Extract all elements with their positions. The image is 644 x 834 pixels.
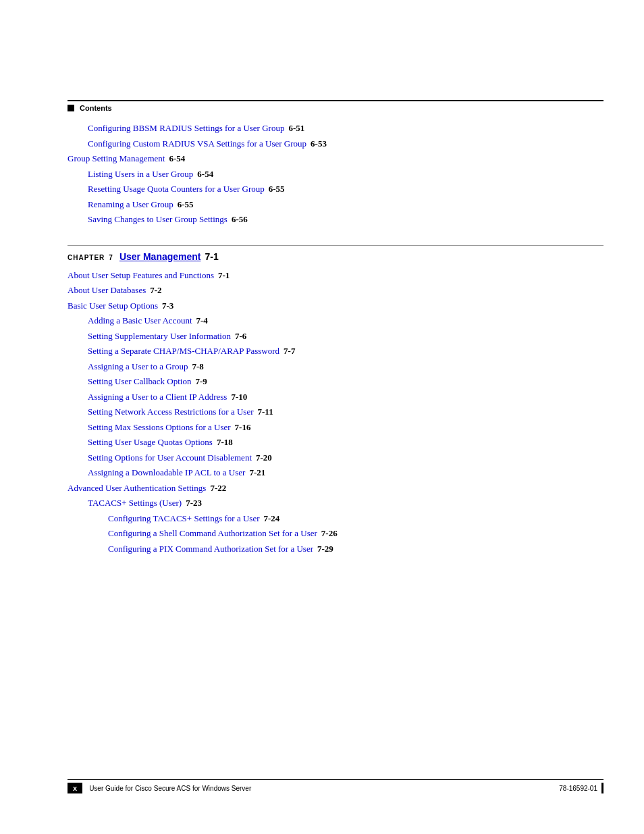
toc-page-num: 6-54 [169, 152, 185, 165]
toc-link[interactable]: Setting User Usage Quotas Options [88, 436, 213, 449]
toc-page-num: 7-24 [264, 512, 280, 525]
toc-entry: Setting Network Access Restrictions for … [88, 405, 603, 419]
toc-page-num: 7-26 [321, 527, 338, 540]
toc-page-num: 7-23 [186, 496, 202, 510]
toc-entry: Renaming a User Group6-55 [88, 198, 603, 211]
toc-page-num: 7-21 [249, 466, 265, 479]
header-bar: Contents [68, 100, 603, 112]
chapter-heading: CHAPTER 7 User Management 7-1 [68, 245, 603, 262]
toc-page-num: 7-20 [256, 451, 272, 465]
header-label: Contents [80, 104, 112, 112]
toc-entry: Setting a Separate CHAP/MS-CHAP/ARAP Pas… [88, 344, 603, 358]
toc-entry: Listing Users in a User Group6-54 [88, 167, 603, 181]
toc-entry: Group Setting Management6-54 [68, 152, 603, 165]
toc-page-num: 7-18 [217, 436, 233, 449]
chapter-entries-container: About User Setup Features and Functions7… [68, 269, 603, 556]
toc-link[interactable]: Resetting Usage Quota Counters for a Use… [88, 182, 265, 196]
pre-chapter-entries: Configuring BBSM RADIUS Settings for a U… [68, 122, 603, 226]
toc-link[interactable]: About User Setup Features and Functions [68, 269, 214, 282]
toc-entry: Resetting Usage Quota Counters for a Use… [88, 182, 603, 196]
toc-link[interactable]: Listing Users in a User Group [88, 167, 193, 181]
footer-page-box: x [68, 783, 82, 793]
toc-entry: Assigning a Downloadable IP ACL to a Use… [88, 466, 603, 479]
toc-entry: Assigning a User to a Group7-8 [88, 360, 603, 373]
toc-page-num: 7-16 [235, 421, 251, 434]
toc-entry: Setting User Usage Quotas Options7-18 [88, 436, 603, 449]
toc-page-num: 7-22 [210, 481, 226, 495]
chapter-page: 7-1 [205, 251, 219, 262]
toc-link[interactable]: Setting Supplementary User Information [88, 330, 231, 343]
toc-page-num: 6-56 [232, 213, 248, 226]
toc-link[interactable]: Adding a Basic User Account [88, 314, 192, 328]
footer: x User Guide for Cisco Secure ACS for Wi… [68, 779, 603, 793]
toc-link[interactable]: Group Setting Management [68, 152, 165, 165]
toc-entry: Assigning a User to a Client IP Address7… [88, 390, 603, 404]
toc-link[interactable]: Assigning a User to a Group [88, 360, 188, 373]
toc-entry: Configuring TACACS+ Settings for a User7… [108, 512, 603, 525]
toc-page-num: 6-53 [311, 137, 327, 151]
toc-link[interactable]: Assigning a User to a Client IP Address [88, 390, 227, 404]
toc-page-num: 6-54 [197, 167, 213, 181]
toc-link[interactable]: About User Databases [68, 284, 146, 297]
toc-link[interactable]: Configuring Custom RADIUS VSA Settings f… [88, 137, 306, 151]
toc-entry: About User Databases7-2 [68, 284, 603, 297]
footer-line [68, 779, 603, 780]
footer-right-rule [601, 783, 603, 793]
toc-link[interactable]: TACACS+ Settings (User) [88, 496, 182, 510]
toc-page-num: 7-3 [162, 299, 173, 313]
toc-entry: Setting Supplementary User Information7-… [88, 330, 603, 343]
toc-page-num: 7-6 [235, 330, 246, 343]
toc-link[interactable]: Setting User Callback Option [88, 375, 191, 388]
toc-page-num: 7-1 [218, 269, 230, 282]
toc-page-num: 7-7 [284, 344, 295, 358]
toc-page-num: 7-11 [258, 405, 273, 419]
toc-entry: About User Setup Features and Functions7… [68, 269, 603, 282]
toc-entry: Setting Max Sessions Options for a User7… [88, 421, 603, 434]
toc-page-num: 7-8 [192, 360, 203, 373]
footer-title: User Guide for Cisco Secure ACS for Wind… [89, 785, 251, 792]
toc-entry: Saving Changes to User Group Settings6-5… [88, 213, 603, 226]
toc-link[interactable]: Configuring a PIX Command Authorization … [108, 542, 313, 556]
toc-link[interactable]: Saving Changes to User Group Settings [88, 213, 227, 226]
toc-page-num: 7-29 [317, 542, 333, 556]
toc-link[interactable]: Basic User Setup Options [68, 299, 158, 313]
toc-link[interactable]: Configuring TACACS+ Settings for a User [108, 512, 260, 525]
toc-link[interactable]: Setting Options for User Account Disable… [88, 451, 252, 465]
toc-entry: Setting Options for User Account Disable… [88, 451, 603, 465]
toc-entry: Configuring BBSM RADIUS Settings for a U… [88, 122, 603, 135]
toc-link[interactable]: Renaming a User Group [88, 198, 173, 211]
footer-left: x User Guide for Cisco Secure ACS for Wi… [68, 783, 251, 793]
toc-page-num: 6-55 [178, 198, 194, 211]
toc-entry: Advanced User Authentication Settings7-2… [68, 481, 603, 495]
toc-link[interactable]: Setting Max Sessions Options for a User [88, 421, 231, 434]
toc-entry: Configuring a Shell Command Authorizatio… [108, 527, 603, 540]
toc-link[interactable]: Advanced User Authentication Settings [68, 481, 206, 495]
footer-doc-num: 78-16592-01 [559, 785, 597, 792]
toc-page-num: 7-9 [195, 375, 207, 388]
toc-page-num: 6-51 [288, 122, 304, 135]
toc-page-num: 7-2 [150, 284, 161, 297]
toc-page-num: 7-4 [196, 314, 208, 328]
toc-link[interactable]: Setting Network Access Restrictions for … [88, 405, 254, 419]
footer-content: x User Guide for Cisco Secure ACS for Wi… [68, 783, 603, 793]
toc-page-num: 7-10 [231, 390, 247, 404]
toc-link[interactable]: Configuring a Shell Command Authorizatio… [108, 527, 317, 540]
toc-link[interactable]: Assigning a Downloadable IP ACL to a Use… [88, 466, 245, 479]
toc-page-num: 6-55 [269, 182, 285, 196]
toc-link[interactable]: Setting a Separate CHAP/MS-CHAP/ARAP Pas… [88, 344, 279, 358]
toc-entry: Configuring a PIX Command Authorization … [108, 542, 603, 556]
toc-content: Configuring BBSM RADIUS Settings for a U… [68, 122, 603, 557]
toc-entry: Configuring Custom RADIUS VSA Settings f… [88, 137, 603, 151]
toc-link[interactable]: Configuring BBSM RADIUS Settings for a U… [88, 122, 284, 135]
toc-entry: Setting User Callback Option7-9 [88, 375, 603, 388]
toc-entry: Basic User Setup Options7-3 [68, 299, 603, 313]
chapter-label: CHAPTER [68, 254, 105, 261]
header-square-icon [68, 105, 74, 111]
chapter-title-link[interactable]: User Management [119, 251, 201, 262]
chapter-num: 7 [109, 254, 113, 261]
toc-entry: Adding a Basic User Account7-4 [88, 314, 603, 328]
toc-entry: TACACS+ Settings (User)7-23 [88, 496, 603, 510]
